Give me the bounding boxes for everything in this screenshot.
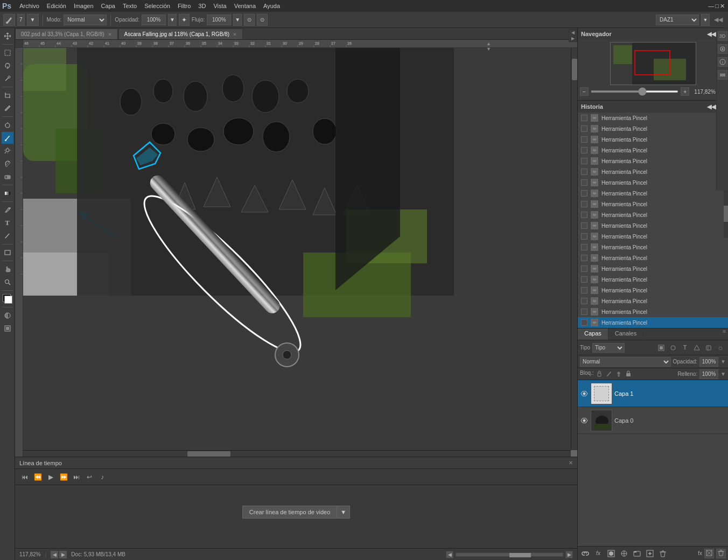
history-item-12[interactable]: ✏Herramienta Pincel — [578, 242, 728, 253]
menu-texto[interactable]: Texto — [119, 2, 141, 10]
lock-pixels-btn[interactable] — [605, 370, 613, 379]
nav-zoom-in[interactable]: + — [681, 87, 689, 96]
scroll-right-btn[interactable]: ▶ — [565, 551, 573, 558]
tool-crop[interactable] — [2, 89, 13, 101]
history-collapse[interactable]: ◀◀ — [708, 103, 715, 110]
tab-close-002psd[interactable]: ✕ — [108, 32, 112, 37]
layer-visibility-capa1[interactable] — [580, 389, 589, 398]
vertical-scrollbar[interactable] — [571, 48, 577, 450]
tool-move[interactable] — [2, 30, 13, 42]
brush-size-btn[interactable]: 7 — [17, 14, 25, 26]
layer-new-btn[interactable] — [645, 548, 655, 559]
layer-opacity-input[interactable] — [699, 357, 718, 367]
tool-eraser[interactable] — [2, 171, 13, 183]
collapse-right-btn[interactable]: ▶ — [571, 36, 575, 41]
create-timeline-btn[interactable]: Crear línea de tiempo de video — [242, 506, 337, 519]
tab-ascara[interactable]: Ascara Falling.jpg al 118% (Capa 1, RGB/… — [118, 29, 243, 39]
layer-mask-btn[interactable] — [606, 548, 617, 559]
lock-transparent-btn[interactable] — [595, 370, 604, 379]
fill-dropdown-arrow[interactable]: ▼ — [720, 371, 726, 377]
brush-preset-btn[interactable]: ▼ — [27, 14, 39, 26]
menu-archivo[interactable]: Archivo — [16, 2, 43, 10]
history-item-9[interactable]: ✏Herramienta Pincel — [578, 209, 728, 220]
history-item-10[interactable]: ✏Herramienta Pincel — [578, 220, 728, 231]
mode-dropdown[interactable]: Normal — [64, 15, 107, 25]
tool-zoom[interactable] — [2, 276, 13, 288]
layer-fx-btn[interactable]: fx — [593, 548, 604, 559]
tool-rect-select[interactable] — [2, 47, 13, 59]
tool-screen-mode[interactable] — [2, 323, 13, 334]
tool-history-brush[interactable] — [2, 158, 13, 170]
history-item-3[interactable]: ✏Herramienta Pincel — [578, 145, 728, 156]
tab-capas[interactable]: Capas — [578, 328, 608, 340]
scroll-left-btn[interactable]: ◀ — [446, 551, 453, 558]
navigator-collapse[interactable]: ◀◀ — [708, 30, 715, 38]
canvas-drawing-area[interactable] — [23, 48, 577, 457]
history-item-7[interactable]: ✏Herramienta Pincel — [578, 188, 728, 199]
flow-btn[interactable]: ▼ — [233, 14, 242, 26]
layers-filter-shape[interactable] — [691, 342, 702, 353]
menu-capa[interactable]: Capa — [97, 2, 119, 10]
workspace-btn[interactable]: ▼ — [701, 14, 710, 26]
tool-eyedropper[interactable] — [2, 102, 13, 114]
layers-filter-smart[interactable] — [703, 342, 714, 353]
tl-next-frame[interactable]: ⏩ — [58, 472, 69, 482]
history-item-2[interactable]: ✏Herramienta Pincel — [578, 134, 728, 145]
layer-fill-input[interactable] — [699, 369, 718, 379]
history-item-15[interactable]: ✏Herramienta Pincel — [578, 274, 728, 285]
layers-filter-pixel[interactable] — [656, 342, 667, 353]
opacity-dropdown-arrow[interactable]: ▼ — [720, 359, 726, 365]
layer-group-btn[interactable] — [632, 548, 642, 559]
tool-path-select[interactable] — [2, 230, 13, 242]
settings-panel-icon[interactable] — [718, 44, 727, 54]
tool-gradient[interactable] — [2, 187, 13, 199]
tool-brush[interactable] — [2, 132, 13, 144]
history-item-17[interactable]: ✏Herramienta Pincel — [578, 296, 728, 306]
airbrush-toggle[interactable]: ✦ — [179, 14, 190, 26]
history-panel-header[interactable]: Historia ◀◀ ≡ — [578, 101, 728, 113]
tool-spot-heal[interactable] — [2, 119, 13, 131]
history-item-4[interactable]: ✏Herramienta Pincel — [578, 156, 728, 166]
layers-filter-text[interactable]: T — [680, 342, 690, 353]
tool-magic-wand[interactable] — [2, 73, 13, 85]
collapse-left-btn[interactable]: ◀ — [571, 30, 575, 36]
nav-zoom-slider[interactable] — [591, 90, 678, 93]
history-item-11[interactable]: ✏Herramienta Pincel — [578, 231, 728, 242]
history-item-19[interactable]: ✏Herramienta Pincel — [578, 317, 728, 328]
layer-item-capa0[interactable]: Capa 0 — [578, 407, 728, 434]
flow-input[interactable] — [207, 15, 231, 25]
tl-play[interactable]: ▶ — [45, 472, 56, 482]
menu-edicion[interactable]: Edición — [43, 2, 70, 10]
tool-shape[interactable] — [2, 247, 13, 258]
tablet-pressure2-btn[interactable]: ⊙ — [257, 14, 268, 26]
nav-zoom-out[interactable]: − — [580, 87, 589, 96]
navigator-panel-header[interactable]: Navegador ◀◀ ≡ — [578, 28, 728, 40]
tl-go-end[interactable]: ⏭ — [71, 472, 82, 482]
history-item-8[interactable]: ✏Herramienta Pincel — [578, 199, 728, 209]
timeline-collapse[interactable]: ▲ ▼ — [486, 40, 491, 560]
layer-link-btn[interactable] — [580, 548, 591, 559]
3d-panel-icon[interactable]: 3D — [718, 31, 727, 41]
layer-mode-dropdown[interactable]: Normal — [580, 357, 671, 367]
tool-quick-mask[interactable] — [2, 310, 13, 321]
layer-adjustment-btn[interactable] — [619, 548, 629, 559]
layers-type-dropdown[interactable]: Tipo — [592, 343, 625, 353]
lock-all-btn[interactable] — [624, 370, 633, 379]
info-panel-icon[interactable]: i — [718, 57, 727, 67]
opacity-btn[interactable]: ▼ — [168, 14, 177, 26]
add-layer-btn[interactable] — [704, 549, 714, 558]
history-item-18[interactable]: ✏Herramienta Pincel — [578, 306, 728, 317]
menu-imagen[interactable]: Imagen — [70, 2, 97, 10]
tool-clone[interactable] — [2, 145, 13, 157]
menu-filtro[interactable]: Filtro — [174, 2, 194, 10]
bottom-scrollbar[interactable] — [456, 552, 563, 557]
menu-ayuda[interactable]: Ayuda — [260, 2, 284, 10]
opacity-input[interactable] — [142, 15, 166, 25]
menu-vista[interactable]: Vista — [209, 2, 230, 10]
tool-hand[interactable] — [2, 263, 13, 275]
tool-text[interactable]: T — [2, 217, 13, 229]
menu-ventana[interactable]: Ventana — [230, 2, 260, 10]
info-arrow-right[interactable]: ▶ — [59, 551, 67, 558]
tool-lasso[interactable] — [2, 60, 13, 72]
menu-seleccion[interactable]: Selección — [141, 2, 174, 10]
